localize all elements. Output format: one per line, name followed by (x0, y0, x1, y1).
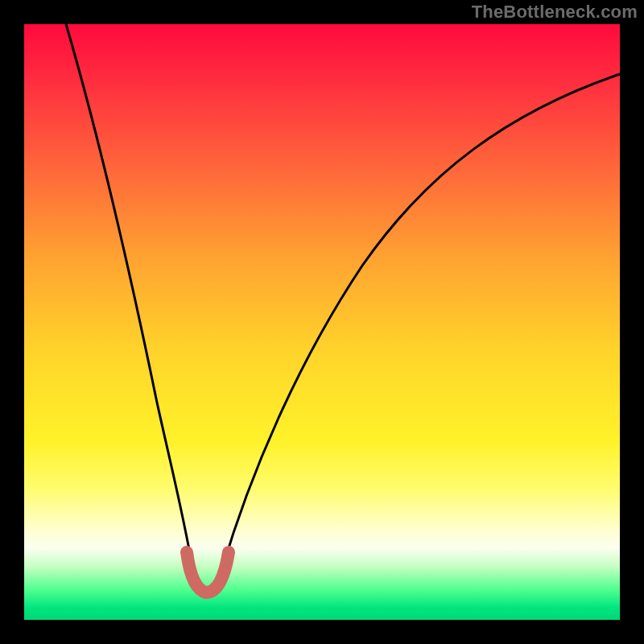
chart-plot-area (24, 24, 620, 620)
watermark-text: TheBottleneck.com (472, 2, 638, 23)
chart-svg (24, 24, 620, 620)
valley-marker (187, 552, 229, 592)
curve-left (66, 24, 193, 572)
curve-right (221, 74, 620, 572)
